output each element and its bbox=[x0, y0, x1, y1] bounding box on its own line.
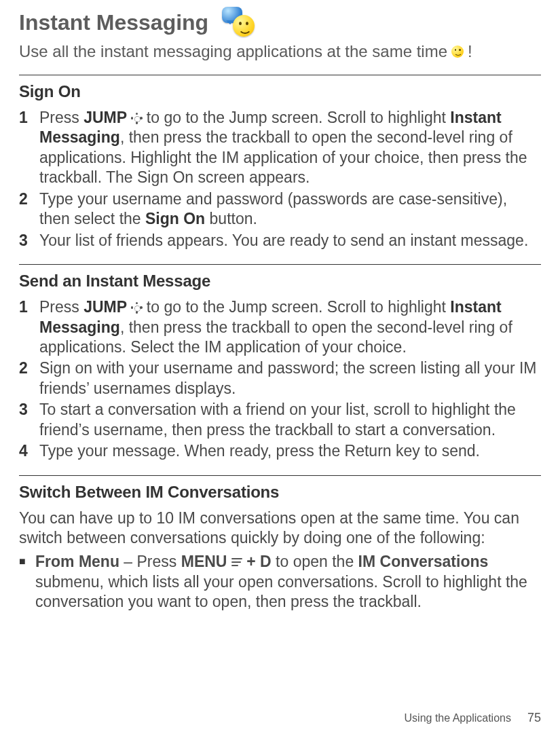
key-jump: JUMP bbox=[83, 109, 127, 126]
switch-bullets: ■ From Menu – Press MENU + D to open the… bbox=[19, 552, 541, 612]
divider bbox=[19, 475, 541, 476]
term-im-conversations: IM Conversations bbox=[358, 553, 489, 570]
divider bbox=[19, 75, 541, 75]
section-heading-send: Send an Instant Message bbox=[19, 272, 541, 291]
step-text: Sign on with your username and password;… bbox=[39, 358, 541, 399]
step-text: Type your message. When ready, press the… bbox=[39, 441, 541, 461]
section-heading-sign-on: Sign On bbox=[19, 82, 541, 101]
list-item: 1 Press JUMP to go to the Jump screen. S… bbox=[19, 108, 541, 188]
document-page: Instant Messaging Use all the instant me… bbox=[0, 0, 560, 740]
text-run: Sign on with your username and password;… bbox=[39, 359, 537, 396]
step-number: 2 bbox=[19, 358, 29, 399]
list-item: 4 Type your message. When ready, press t… bbox=[19, 441, 541, 461]
bullet-text: From Menu – Press MENU + D to open the I… bbox=[35, 552, 541, 612]
text-run: To start a conversation with a friend on… bbox=[39, 401, 516, 438]
step-text: Press JUMP to go to the Jump screen. Scr… bbox=[39, 108, 541, 188]
list-item: 3 Your list of friends appears. You are … bbox=[19, 231, 541, 251]
intro-text: Use all the instant messaging applicatio… bbox=[19, 42, 541, 61]
page-title: Instant Messaging bbox=[19, 12, 208, 33]
text-run: Press bbox=[39, 298, 83, 316]
steps-sign-on: 1 Press JUMP to go to the Jump screen. S… bbox=[19, 108, 541, 251]
bullet-icon: ■ bbox=[19, 552, 26, 612]
list-item: 2 Sign on with your username and passwor… bbox=[19, 358, 541, 399]
button-sign-on: Sign On bbox=[145, 210, 205, 227]
steps-send: 1 Press JUMP to go to the Jump screen. S… bbox=[19, 297, 541, 462]
list-item: 2 Type your username and password (passw… bbox=[19, 189, 541, 229]
text-run: Press bbox=[39, 109, 83, 126]
step-text: To start a conversation with a friend on… bbox=[39, 400, 541, 440]
list-item: ■ From Menu – Press MENU + D to open the… bbox=[19, 552, 541, 612]
intro-suffix: ! bbox=[468, 42, 472, 61]
step-number: 1 bbox=[19, 108, 29, 188]
key-d: D bbox=[260, 553, 272, 570]
step-number: 1 bbox=[19, 297, 29, 357]
jump-icon bbox=[131, 302, 142, 313]
smiley-icon bbox=[451, 45, 464, 58]
step-text: Type your username and password (passwor… bbox=[39, 189, 541, 229]
text-run: Type your username and password (passwor… bbox=[39, 190, 507, 227]
page-footer: Using the Applications 75 bbox=[405, 711, 541, 725]
term-from-menu: From Menu bbox=[35, 553, 119, 570]
menu-icon bbox=[231, 558, 242, 566]
step-number: 3 bbox=[19, 400, 29, 440]
text-run: to open the bbox=[272, 553, 358, 570]
step-number: 4 bbox=[19, 441, 29, 461]
jump-icon bbox=[131, 113, 142, 124]
intro-prefix: Use all the instant messaging applicatio… bbox=[19, 42, 447, 61]
text-run: button. bbox=[205, 210, 257, 227]
key-jump: JUMP bbox=[83, 298, 127, 316]
footer-page-number: 75 bbox=[527, 711, 541, 725]
key-menu: MENU bbox=[181, 553, 227, 570]
step-text: Press JUMP to go to the Jump screen. Scr… bbox=[39, 297, 541, 357]
step-number: 3 bbox=[19, 231, 29, 251]
switch-intro: You can have up to 10 IM conversations o… bbox=[19, 508, 541, 549]
page-title-row: Instant Messaging bbox=[19, 7, 541, 38]
section-heading-switch: Switch Between IM Conversations bbox=[19, 483, 541, 502]
list-item: 1 Press JUMP to go to the Jump screen. S… bbox=[19, 297, 541, 357]
text-run: Your list of friends appears. You are re… bbox=[39, 232, 528, 249]
list-item: 3 To start a conversation with a friend … bbox=[19, 400, 541, 440]
text-run: to go to the Jump screen. Scroll to high… bbox=[142, 298, 450, 316]
text-run: Type your message. When ready, press the… bbox=[39, 442, 480, 460]
text-run: submenu, which lists all your open conve… bbox=[35, 573, 527, 610]
text-run: – Press bbox=[119, 553, 181, 570]
text-run: + bbox=[242, 553, 260, 570]
step-number: 2 bbox=[19, 189, 29, 229]
footer-section: Using the Applications bbox=[405, 712, 511, 724]
step-text: Your list of friends appears. You are re… bbox=[39, 231, 541, 251]
text-run: to go to the Jump screen. Scroll to high… bbox=[142, 109, 450, 126]
instant-messaging-icon bbox=[221, 7, 255, 38]
divider bbox=[19, 264, 541, 265]
